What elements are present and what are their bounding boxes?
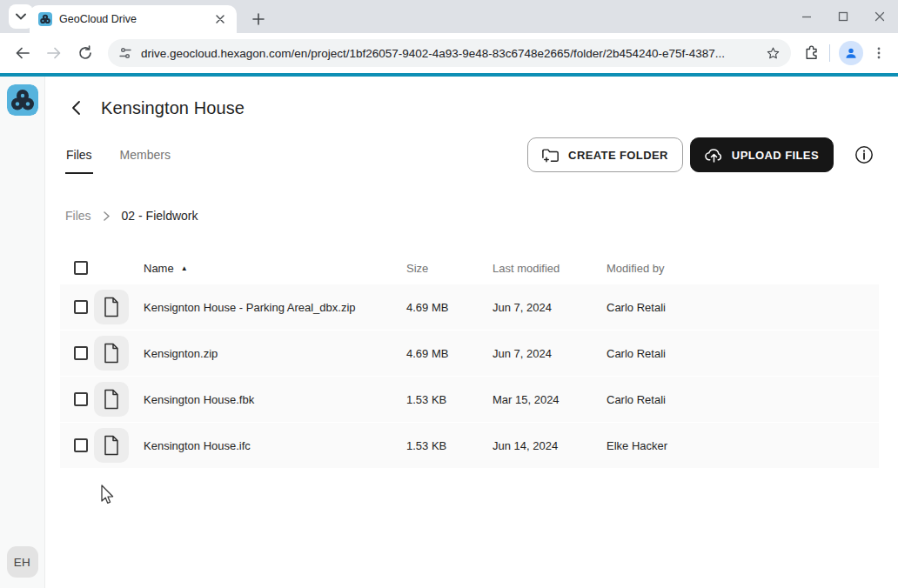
files-table: Name ▲ Size Last modified Modified by Ke… (60, 252, 879, 468)
row-checkbox[interactable] (74, 300, 88, 314)
file-modified-by: Carlo Retali (606, 301, 879, 314)
tab-members[interactable]: Members (119, 134, 171, 176)
header-last-modified[interactable]: Last modified (493, 262, 606, 275)
window-controls (801, 0, 891, 33)
info-icon[interactable] (851, 142, 877, 168)
upload-files-label: UPLOAD FILES (732, 149, 819, 162)
header-name[interactable]: Name (144, 262, 174, 275)
breadcrumb: Files 02 - Fieldwork (45, 207, 898, 224)
url-text[interactable]: drive.geocloud.hexagon.com/en/project/1b… (141, 47, 757, 60)
minimize-icon[interactable] (801, 10, 813, 23)
file-last-modified: Jun 14, 2024 (493, 439, 606, 452)
site-info-icon[interactable] (118, 46, 132, 60)
row-checkbox[interactable] (74, 392, 88, 406)
menu-kebab-icon[interactable] (872, 46, 886, 60)
file-name[interactable]: Kensington House.ifc (144, 439, 406, 452)
toolbar-right-cluster (800, 41, 889, 65)
user-avatar[interactable]: EH (7, 546, 38, 578)
file-modified-by: Carlo Retali (606, 347, 879, 360)
table-row[interactable]: Kensington House.fbk 1.53 KB Mar 15, 202… (60, 377, 879, 422)
page-tabs: Files Members (65, 134, 171, 176)
close-window-icon[interactable] (874, 10, 886, 23)
maximize-icon[interactable] (837, 10, 849, 23)
file-icon (94, 336, 129, 371)
row-checkbox[interactable] (74, 438, 88, 452)
bookmark-star-icon[interactable] (766, 46, 781, 61)
sort-asc-icon[interactable]: ▲ (181, 264, 188, 272)
file-name[interactable]: Kensignton House - Parking Areal_dbx.zip (144, 301, 406, 314)
file-name[interactable]: Kensignton.zip (144, 347, 406, 360)
file-last-modified: Jun 7, 2024 (493, 347, 606, 360)
favicon-geocloud-icon (38, 12, 52, 26)
main-content: Kensington House Files Members CREATE FO… (45, 77, 898, 588)
table-header-row: Name ▲ Size Last modified Modified by (60, 252, 879, 284)
file-name[interactable]: Kensington House.fbk (144, 393, 406, 406)
extensions-puzzle-icon[interactable] (803, 44, 821, 62)
file-icon (94, 382, 129, 417)
breadcrumb-separator-icon (104, 211, 110, 221)
browser-tab-strip: GeoCloud Drive (0, 0, 898, 33)
tab-files[interactable]: Files (65, 134, 93, 176)
file-size: 4.69 MB (406, 301, 493, 314)
breadcrumb-files[interactable]: Files (65, 209, 91, 223)
cloud-upload-icon (705, 147, 723, 163)
file-modified-by: Carlo Retali (606, 393, 879, 406)
browser-tab[interactable]: GeoCloud Drive (30, 5, 237, 33)
back-icon[interactable] (9, 39, 37, 67)
file-last-modified: Mar 15, 2024 (493, 393, 606, 406)
file-size: 1.53 KB (406, 439, 493, 452)
table-row[interactable]: Kensignton House - Parking Areal_dbx.zip… (60, 284, 879, 330)
file-icon (94, 290, 129, 324)
header-size[interactable]: Size (406, 262, 493, 275)
tab-title: GeoCloud Drive (59, 13, 205, 25)
page-title: Kensington House (101, 98, 245, 118)
app-sidebar: EH (0, 77, 45, 588)
browser-toolbar: drive.geocloud.hexagon.com/en/project/1b… (0, 33, 898, 73)
file-modified-by: Elke Hacker (606, 439, 879, 452)
file-icon (94, 428, 129, 463)
file-last-modified: Jun 7, 2024 (493, 301, 606, 314)
profile-avatar-icon[interactable] (839, 41, 863, 65)
file-size: 1.53 KB (406, 393, 493, 406)
browser-window: GeoCloud Drive (0, 0, 898, 588)
row-checkbox[interactable] (74, 346, 88, 360)
url-bar[interactable]: drive.geocloud.hexagon.com/en/project/1b… (108, 39, 791, 67)
toolbar-separator (829, 44, 830, 62)
back-chevron-icon[interactable] (65, 97, 86, 118)
create-folder-label: CREATE FOLDER (568, 149, 668, 162)
new-tab-button[interactable] (247, 8, 270, 30)
reload-icon[interactable] (71, 39, 99, 67)
forward-icon[interactable] (40, 39, 68, 67)
breadcrumb-current: 02 - Fieldwork (122, 209, 198, 223)
table-row[interactable]: Kensignton.zip 4.69 MB Jun 7, 2024 Carlo… (60, 331, 879, 376)
folder-plus-icon (542, 148, 560, 163)
header-modified-by[interactable]: Modified by (606, 262, 879, 275)
file-size: 4.69 MB (406, 347, 493, 360)
tab-close-icon[interactable] (212, 11, 228, 27)
upload-files-button[interactable]: UPLOAD FILES (690, 137, 834, 172)
select-all-checkbox[interactable] (74, 261, 88, 275)
geocloud-logo-icon[interactable] (7, 84, 38, 116)
table-row[interactable]: Kensington House.ifc 1.53 KB Jun 14, 202… (60, 423, 879, 468)
create-folder-button[interactable]: CREATE FOLDER (527, 137, 683, 172)
